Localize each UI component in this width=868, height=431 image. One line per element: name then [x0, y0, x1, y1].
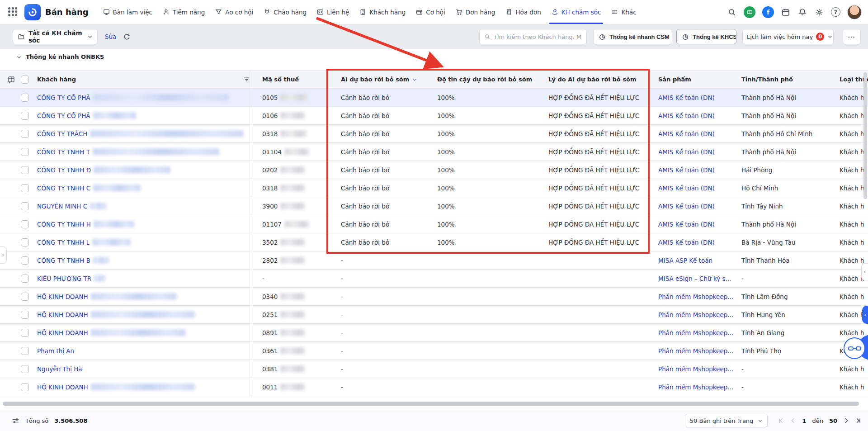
nav-customers[interactable]: Khách hàng: [354, 0, 410, 24]
table-row[interactable]: CÔNG TY TNHH T 01104 Cảnh báo rời bỏ 100…: [0, 143, 868, 161]
last-page-button[interactable]: [855, 417, 862, 424]
assistant-bot-button[interactable]: [844, 337, 865, 359]
product-link[interactable]: Phần mềm Mshopkeep...: [658, 365, 733, 373]
table-row[interactable]: CÔNG TY CỔ PHẦ 0105 Cảnh báo rời bỏ 100%…: [0, 89, 868, 107]
calendar-icon[interactable]: [781, 7, 791, 17]
nav-workspace[interactable]: Bàn làm việc: [98, 0, 157, 24]
settings-gear-icon[interactable]: [814, 7, 824, 17]
next-page-button[interactable]: [843, 417, 849, 424]
table-row[interactable]: KIỀU PHƯƠNG TR - - MISA eSign – Chữ ký s…: [0, 270, 868, 288]
row-checkbox[interactable]: [21, 220, 29, 228]
nav-quotes[interactable]: Chào hàng: [258, 0, 311, 24]
header-subscriber-type[interactable]: Loại thuê: [840, 71, 867, 88]
product-link[interactable]: Phần mềm Mshopkeep...: [658, 329, 733, 336]
row-checkbox[interactable]: [21, 184, 29, 192]
row-checkbox[interactable]: [21, 112, 29, 120]
help-icon[interactable]: ?: [831, 7, 840, 17]
product-link[interactable]: AMIS Kế toán (DN): [658, 239, 715, 246]
product-link[interactable]: AMIS Kế toán (DN): [658, 221, 715, 228]
view-select[interactable]: Tất cả KH chăm sóc: [13, 29, 98, 44]
assistant-tab[interactable]: ‹: [862, 306, 868, 324]
quick-stats-khcs-button[interactable]: Thống kê KHCS: [676, 29, 736, 44]
product-link[interactable]: Phần mềm Mshopkeep...: [658, 311, 733, 318]
user-avatar[interactable]: [847, 5, 862, 19]
app-logo[interactable]: [24, 4, 41, 20]
nav-invoices[interactable]: Hóa đơn: [500, 0, 546, 24]
row-checkbox[interactable]: [21, 293, 29, 301]
nav-opportunity-pool[interactable]: Ao cơ hội: [210, 0, 258, 24]
customer-name-link[interactable]: CÔNG TY TNHH T: [37, 148, 90, 156]
product-link[interactable]: AMIS Kế toán (DN): [658, 94, 715, 101]
header-confidence[interactable]: Độ tin cậy dự báo rời bỏ sớm: [437, 71, 543, 88]
facebook-icon[interactable]: f: [762, 6, 774, 18]
table-row[interactable]: CÔNG TY TNHH L 3502 Cảnh báo rời bỏ 100%…: [0, 233, 868, 251]
customer-name-link[interactable]: KIỀU PHƯƠNG TR: [37, 275, 91, 282]
product-link[interactable]: AMIS Kế toán (DN): [658, 203, 715, 210]
first-page-button[interactable]: [778, 417, 784, 424]
product-link[interactable]: AMIS Kế toán (DN): [658, 112, 715, 119]
customer-name-link[interactable]: CÔNG TY TNHH B: [37, 257, 90, 264]
table-row[interactable]: HỘ KINH DOANH 0340 - Phần mềm Mshopkeep.…: [0, 288, 868, 306]
row-checkbox[interactable]: [21, 347, 29, 355]
nav-orders[interactable]: Đơn hàng: [450, 0, 500, 24]
row-checkbox[interactable]: [21, 238, 29, 246]
quick-stats-csm-button[interactable]: Thống kê nhanh CSM: [593, 29, 672, 44]
product-link[interactable]: Phần mềm Mshopkeep...: [658, 384, 733, 391]
row-checkbox[interactable]: [21, 383, 29, 391]
horizontal-scrollbar[interactable]: [3, 402, 859, 406]
header-product[interactable]: Sản phẩm: [658, 71, 739, 88]
table-row[interactable]: CÔNG TY CỔ PHẦ 0106 Cảnh báo rời bỏ 100%…: [0, 107, 868, 125]
row-checkbox[interactable]: [21, 275, 29, 283]
product-link[interactable]: MISA ASP Kế toán: [658, 257, 712, 264]
product-link[interactable]: AMIS Kế toán (DN): [658, 130, 715, 137]
row-checkbox[interactable]: [21, 256, 29, 265]
nav-opportunities[interactable]: Cơ hội: [410, 0, 450, 24]
notifications-bell-icon[interactable]: [797, 7, 807, 17]
customer-name-link[interactable]: HỘ KINH DOANH: [37, 384, 88, 391]
table-row[interactable]: HỘ KINH DOANH 0251 - Phần mềm Mshopkeep.…: [0, 306, 868, 324]
product-link[interactable]: Phần mềm Mshopkeep...: [658, 293, 733, 300]
table-row[interactable]: HỘ KINH DOANH 0891 - Phần mềm Mshopkeep.…: [0, 324, 868, 342]
header-province[interactable]: Tỉnh/Thành phố: [741, 71, 836, 88]
nav-more[interactable]: Khác: [606, 0, 641, 24]
row-checkbox[interactable]: [21, 202, 29, 210]
table-row[interactable]: CÔNG TY TRÁCH 0318 Cảnh báo rời bỏ 100% …: [0, 125, 868, 143]
customer-name-link[interactable]: NGUYỄN MINH C: [37, 203, 87, 210]
customer-name-link[interactable]: CÔNG TY CỔ PHẦ: [37, 112, 90, 119]
customer-name-link[interactable]: Nguyễn Thị Hà: [37, 365, 82, 373]
column-config-icon[interactable]: [7, 71, 15, 88]
nav-leads[interactable]: Tiềm năng: [157, 0, 210, 24]
search-icon[interactable]: [727, 7, 737, 17]
customer-name-link[interactable]: CÔNG TY TNHH H: [37, 221, 91, 228]
customer-name-link[interactable]: HỘ KINH DOANH: [37, 329, 88, 336]
today-schedule-button[interactable]: Lịch làm việc hôm nay 0: [742, 29, 834, 44]
product-link[interactable]: Phần mềm Mshopkeep...: [658, 347, 733, 355]
table-row[interactable]: Nguyễn Thị Hà 0381 - Phần mềm Mshopkeep.…: [0, 360, 868, 378]
row-checkbox[interactable]: [21, 94, 29, 102]
product-link[interactable]: AMIS Kế toán (DN): [658, 148, 715, 156]
row-checkbox[interactable]: [21, 311, 29, 319]
prev-page-button[interactable]: [790, 417, 796, 424]
refresh-button[interactable]: [123, 29, 131, 44]
row-checkbox[interactable]: [21, 130, 29, 138]
more-actions-button[interactable]: ···: [843, 29, 861, 44]
misa-book-icon[interactable]: [744, 6, 755, 18]
nav-contacts[interactable]: Liên hệ: [311, 0, 354, 24]
nav-customer-care[interactable]: KH chăm sóc: [546, 0, 606, 24]
header-customer[interactable]: Khách hàng: [37, 71, 246, 88]
product-link[interactable]: AMIS Kế toán (DN): [658, 185, 715, 192]
header-ai-forecast[interactable]: AI dự báo rời bỏ sớm: [341, 71, 434, 88]
right-panel-expand-handle[interactable]: ‹: [861, 263, 868, 280]
select-all-checkbox[interactable]: [21, 76, 29, 84]
customer-name-link[interactable]: CÔNG TY TNHH Đ: [37, 166, 91, 174]
page-size-select[interactable]: 50 Bản ghi trên Trang: [685, 414, 768, 427]
customer-name-link[interactable]: HỘ KINH DOANH: [37, 311, 88, 318]
customer-name-link[interactable]: CÔNG TY TNHH L: [37, 239, 90, 246]
search-input[interactable]: [494, 33, 582, 40]
customer-name-link[interactable]: Phạm thị An: [37, 347, 74, 355]
table-row[interactable]: CÔNG TY TNHH Đ 0202 Cảnh báo rời bỏ 100%…: [0, 161, 868, 179]
row-checkbox[interactable]: [21, 365, 29, 373]
product-link[interactable]: MISA eSign – Chữ ký s...: [658, 275, 731, 282]
customer-name-link[interactable]: CÔNG TY CỔ PHẦ: [37, 94, 90, 101]
row-checkbox[interactable]: [21, 166, 29, 174]
